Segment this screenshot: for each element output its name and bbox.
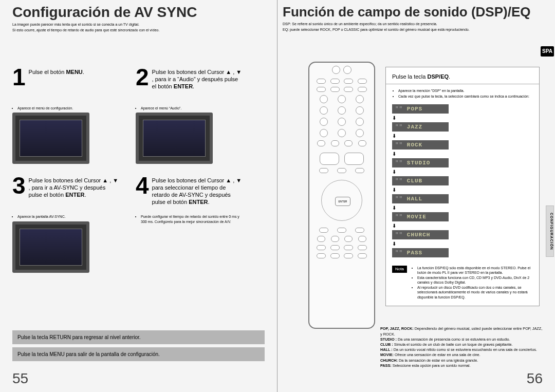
dsp-bullet: Aparece la mención "DSP" en la pantalla. bbox=[398, 88, 533, 93]
return-bar: Pulse la tecla RETURN para regresar al n… bbox=[12, 330, 265, 344]
step-text-bold: ENTER bbox=[189, 199, 208, 205]
note-item: Esta característica funciona con CD, CD … bbox=[417, 275, 533, 285]
glossary: POP, JAZZ, ROCK: Dependiendo del género … bbox=[380, 326, 543, 368]
dsp-bullet: Cada vez que pulse la tecla, la selecció… bbox=[398, 94, 533, 99]
step-text-post: . bbox=[84, 192, 86, 198]
right-page: Función de campo de sonido (DSP)/EQ DSP:… bbox=[278, 0, 555, 392]
dsp-instr-post: . bbox=[449, 73, 450, 80]
dsp-instruction: Pulse la tecla DSP/EQ. bbox=[392, 73, 533, 80]
step-text: Pulse los botones del Cursor ▲ , ▼ para … bbox=[152, 175, 244, 206]
step-bullet: Aparece el menú “Audio”. bbox=[141, 106, 244, 110]
arrow-down-icon: ⬇ bbox=[392, 115, 396, 121]
mode-chip: MOVIE bbox=[392, 212, 449, 221]
mode-sequence: POPS ⬇ JAZZ ⬇ ROCK ⬇ STUDIO ⬇ CLUB ⬇ HAL… bbox=[392, 104, 533, 257]
nav-pad-icon bbox=[321, 180, 362, 221]
left-footer: Pulse la tecla RETURN para regresar al n… bbox=[12, 330, 265, 364]
note-block: Nota La función DSP/EQ sólo está disponi… bbox=[392, 266, 533, 300]
glossary-val: Da una sensación de presencia como si se… bbox=[397, 337, 510, 342]
step-num: 3 bbox=[12, 175, 26, 196]
glossary-val: Da la sensación de estar en una iglesia … bbox=[398, 358, 478, 363]
dsp-panel: Pulse la tecla DSP/EQ. Aparece la menció… bbox=[385, 67, 540, 306]
screenshot-thumb bbox=[12, 221, 89, 273]
mode-chip: STUDIO bbox=[392, 158, 449, 167]
glossary-key: CLUB : bbox=[380, 342, 393, 347]
step-text-post: . bbox=[208, 199, 209, 205]
glossary-val: Seleccione esta opción para un sonido no… bbox=[392, 363, 471, 368]
glossary-key: HALL : bbox=[380, 347, 393, 352]
step-bullet: Puede configurar el tiempo de retardo de… bbox=[141, 214, 244, 224]
step-text: Pulse los botones del Cursor ▲ , ▼ , par… bbox=[152, 67, 244, 90]
mode-chip: POPS bbox=[392, 104, 449, 114]
dsp-bullets: Aparece la mención "DSP" en la pantalla.… bbox=[398, 88, 533, 99]
note-item: Al reproducir un disco DVD codificado co… bbox=[417, 285, 533, 300]
left-sub2: Si esto ocurre, ajuste el tiempo de reta… bbox=[0, 27, 277, 33]
step-bullet: Aparece el menú de configuración. bbox=[17, 106, 120, 110]
glossary-key: PASS: bbox=[380, 363, 392, 368]
manual-spread: Configuración de AV SYNC La imagen puede… bbox=[0, 0, 555, 392]
step-text-bold: ENTER bbox=[174, 83, 193, 89]
step-text-pre: Pulse los botones del Cursor ▲ , ▼ , par… bbox=[152, 69, 242, 89]
step-num: 4 bbox=[136, 175, 149, 196]
arrow-down-icon: ⬇ bbox=[392, 133, 396, 139]
step-text-post: . bbox=[193, 83, 194, 89]
menu-bar-text: Pulse la tecla MENU para salir de la pan… bbox=[17, 351, 160, 357]
glossary-val: Simula el sonido de un club de baile con… bbox=[393, 342, 513, 347]
step-num: 1 bbox=[12, 67, 26, 88]
page-number-right: 56 bbox=[527, 370, 543, 387]
return-bar-text: Pulse la tecla RETURN para regresar al n… bbox=[17, 334, 141, 340]
glossary-key: POP, JAZZ, ROCK: bbox=[380, 326, 414, 331]
screenshot-thumb bbox=[12, 113, 89, 164]
step-num: 2 bbox=[136, 67, 149, 88]
right-sub1: DSP: Se refiere al sonido único de un am… bbox=[278, 21, 555, 27]
section-tab: CONFIGURACIÓN bbox=[546, 206, 554, 257]
page-number-left: 55 bbox=[12, 370, 28, 387]
mode-chip: CHURCH bbox=[392, 230, 449, 239]
dsp-instr-bold: DSP/EQ bbox=[427, 73, 449, 80]
arrow-down-icon: ⬇ bbox=[392, 151, 396, 157]
step-text-post: . bbox=[83, 69, 84, 75]
step-1: 1 Pulse el botón MENU. Aparece el menú d… bbox=[12, 67, 120, 166]
step-text-bold: MENU bbox=[66, 69, 82, 75]
step-text-pre: Pulse el botón bbox=[29, 69, 66, 75]
arrow-down-icon: ⬇ bbox=[392, 169, 396, 175]
glossary-key: CHURCH: bbox=[380, 358, 398, 363]
remote-illustration bbox=[308, 62, 375, 329]
dsp-instr-pre: Pulse la tecla bbox=[392, 73, 427, 80]
mode-chip: ROCK bbox=[392, 140, 449, 150]
right-title: Función de campo de sonido (DSP)/EQ bbox=[278, 0, 555, 21]
language-badge: SPA bbox=[541, 46, 554, 57]
right-sub2: EQ: puede seleccionar ROCK, POP o CLASSI… bbox=[278, 27, 555, 32]
step-3: 3 Pulse los botones del Cursor ▲ , ▼ , p… bbox=[12, 175, 120, 274]
step-text: Pulse los botones del Cursor ▲ , ▼ , par… bbox=[29, 175, 120, 198]
menu-bar: Pulse la tecla MENU para salir de la pan… bbox=[12, 347, 265, 361]
step-bullet: Aparece la pantalla AV-SYNC. bbox=[17, 214, 120, 219]
left-sub1: La imagen puede parecer más lenta que el… bbox=[0, 22, 277, 27]
arrow-down-icon: ⬇ bbox=[392, 187, 396, 193]
arrow-down-icon: ⬇ bbox=[392, 223, 396, 229]
glossary-val: Ofrece una sensación de estar en una sal… bbox=[394, 352, 480, 357]
left-page: Configuración de AV SYNC La imagen puede… bbox=[0, 0, 278, 392]
mode-chip: HALL bbox=[392, 194, 449, 203]
step-text-bold: ENTER bbox=[65, 192, 84, 198]
note-badge: Nota bbox=[392, 266, 407, 273]
glossary-key: MOVIE: bbox=[380, 352, 394, 357]
screenshot-thumb bbox=[136, 113, 213, 164]
left-title: Configuración de AV SYNC bbox=[0, 0, 277, 22]
step-text: Pulse el botón MENU. bbox=[29, 67, 84, 76]
note-item: La función DSP/EQ sólo está disponible e… bbox=[417, 266, 533, 275]
arrow-down-icon: ⬇ bbox=[392, 241, 396, 247]
step-4: 4 Pulse los botones del Cursor ▲ , ▼ par… bbox=[136, 175, 244, 274]
mode-chip: PASS bbox=[392, 248, 449, 257]
mode-chip: JAZZ bbox=[392, 122, 449, 132]
mode-chip: CLUB bbox=[392, 176, 449, 185]
glossary-val: Da un sonido vocal nítido como si se est… bbox=[393, 347, 537, 352]
glossary-key: STUDIO : bbox=[380, 337, 397, 342]
steps-grid: 1 Pulse el botón MENU. Aparece el menú d… bbox=[12, 67, 265, 275]
step-2: 2 Pulse los botones del Cursor ▲ , ▼ , p… bbox=[136, 67, 244, 166]
arrow-down-icon: ⬇ bbox=[392, 205, 396, 211]
